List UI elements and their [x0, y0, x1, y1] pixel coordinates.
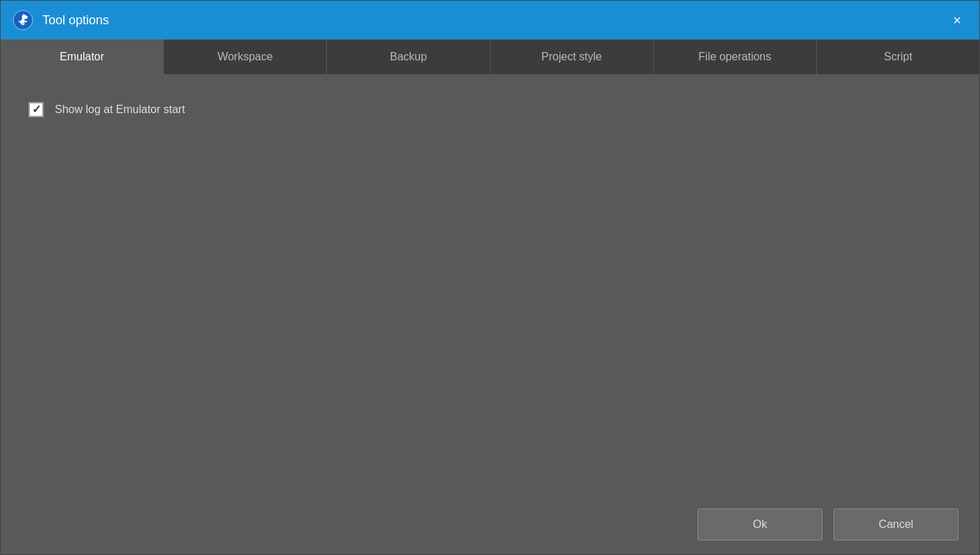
footer: Ok Cancel: [1, 495, 979, 554]
tab-emulator[interactable]: Emulator: [1, 40, 164, 74]
tab-file-operations[interactable]: File operations: [654, 40, 817, 74]
app-icon: [12, 9, 34, 31]
title-bar: Tool options ×: [1, 1, 979, 40]
show-log-label: Show log at Emulator start: [55, 103, 185, 116]
tab-bar: Emulator Workspace Backup Project style …: [1, 40, 979, 74]
cancel-button[interactable]: Cancel: [834, 509, 958, 540]
tab-script[interactable]: Script: [817, 40, 979, 74]
show-log-row: ✓ Show log at Emulator start: [28, 102, 952, 117]
tab-backup[interactable]: Backup: [327, 40, 490, 74]
content-area: ✓ Show log at Emulator start: [1, 74, 979, 495]
ok-button[interactable]: Ok: [698, 509, 822, 540]
tab-project-style[interactable]: Project style: [491, 40, 654, 74]
close-button[interactable]: ×: [946, 9, 968, 31]
show-log-checkbox[interactable]: ✓: [28, 102, 44, 117]
tab-workspace[interactable]: Workspace: [164, 40, 327, 74]
checkmark-icon: ✓: [32, 104, 41, 115]
tool-options-dialog: Tool options × Emulator Workspace Backup…: [0, 0, 980, 555]
dialog-title: Tool options: [42, 13, 946, 28]
